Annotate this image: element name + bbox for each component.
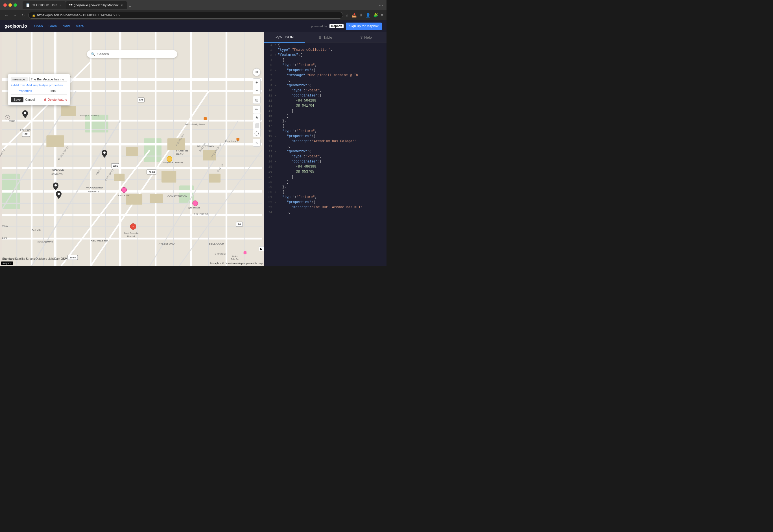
popup-value-input[interactable] <box>29 77 67 82</box>
north-indicator[interactable]: N <box>253 68 261 76</box>
back-button[interactable]: ← <box>3 12 10 18</box>
json-line: 16 }, <box>264 119 386 124</box>
json-line: 26 38.053765 <box>264 170 386 175</box>
tab-json[interactable]: </> JSON <box>264 32 305 43</box>
json-content[interactable]: 1▾{2 "type": "FeatureCollection",3▾"feat… <box>264 43 386 266</box>
basemap-light[interactable]: Light <box>48 257 54 260</box>
svg-point-85 <box>121 187 127 193</box>
extensions-icon[interactable]: 🧩 <box>373 13 378 17</box>
pocket-icon[interactable]: 📥 <box>352 13 357 17</box>
tab-close-geo109[interactable]: × <box>59 3 62 7</box>
popup-cancel-button[interactable]: Cancel <box>25 98 35 101</box>
map-attribution: © Mapbox © OpenStreetMap Improve this ma… <box>210 262 263 265</box>
maximize-button[interactable] <box>14 3 17 7</box>
tab-geojson[interactable]: 🗺 geojson.io | powered by Mapbox × <box>66 1 127 9</box>
basemap-outdoors[interactable]: Outdoors <box>35 257 47 260</box>
svg-text:Transylvania University: Transylvania University <box>161 161 183 164</box>
save-link[interactable]: Save <box>49 24 57 28</box>
new-link[interactable]: New <box>62 24 70 28</box>
help-tab-icon: ? <box>361 35 363 39</box>
svg-text:27-68: 27-68 <box>70 256 76 259</box>
minimize-button[interactable] <box>8 3 12 7</box>
popup-property-row: message <box>11 77 67 82</box>
svg-rect-93 <box>244 251 247 254</box>
draw-rect-button[interactable]: ⬜ <box>253 121 261 129</box>
signup-button[interactable]: Sign up for Mapbox <box>346 23 382 30</box>
edit-button[interactable]: ✎ <box>253 139 261 147</box>
tab-help[interactable]: ? Help <box>346 32 386 43</box>
add-row-button[interactable]: + Add row <box>11 83 25 87</box>
svg-rect-48 <box>150 194 163 203</box>
browser-menu[interactable]: ⋯ <box>379 3 383 8</box>
svg-rect-43 <box>114 174 125 181</box>
svg-text:Willie's Locally Known: Willie's Locally Known <box>185 123 206 126</box>
popup-tab-info[interactable]: Info <box>39 88 67 94</box>
svg-text:E MAIN ST: E MAIN ST <box>215 252 227 255</box>
svg-point-111 <box>103 151 105 154</box>
json-line: 30▾{ <box>264 190 386 195</box>
close-button[interactable] <box>3 3 7 7</box>
add-simplestyle-button[interactable]: Add simplestyle properties <box>26 83 63 87</box>
security-icon: 🔒 <box>32 14 35 17</box>
basemap-satellite[interactable]: Satellite Streets <box>15 257 35 260</box>
tab-geo109[interactable]: 📄 GEO 109: 01 Data × <box>23 1 66 9</box>
refresh-button[interactable]: ↻ <box>20 12 26 18</box>
svg-point-87 <box>192 201 198 206</box>
svg-text:SPEIGLE: SPEIGLE <box>52 168 64 171</box>
json-line: 18 "type": "Feature", <box>264 129 386 134</box>
svg-text:1681: 1681 <box>113 164 118 167</box>
draw-circle-button[interactable]: ◯ <box>253 129 261 137</box>
new-tab-button[interactable]: + <box>127 4 133 9</box>
basemap-bar: Standard Satellite Streets Outdoors Ligh… <box>0 257 69 260</box>
popup-button-row: Save Cancel 🗑 Delete feature <box>11 97 67 102</box>
svg-rect-41 <box>126 147 138 156</box>
draw-pencil-button[interactable]: ✏ <box>253 105 261 113</box>
app-logo: geojson.io <box>5 24 27 29</box>
json-line: 25 -84.486388, <box>264 165 386 170</box>
svg-text:PARK: PARK <box>176 153 183 156</box>
popup-save-button[interactable]: Save <box>11 97 23 102</box>
json-line: 23 "type": "Point", <box>264 155 386 160</box>
powered-by-text: powered by <box>311 25 327 28</box>
map-pin-2[interactable] <box>102 150 107 159</box>
download-icon[interactable]: ⬇ <box>359 13 363 17</box>
svg-point-83 <box>167 156 172 162</box>
url-bar[interactable]: 🔒 https://geojson.io/#new&map=13.68/38.0… <box>28 12 343 19</box>
search-container[interactable]: 🔍 <box>87 50 177 58</box>
menu-icon[interactable]: ≡ <box>381 13 383 17</box>
expand-button[interactable]: ▶ <box>259 246 264 251</box>
tab-icon: 📄 <box>26 3 30 7</box>
open-link[interactable]: Open <box>34 24 43 28</box>
draw-marker-button[interactable]: ★ <box>253 113 261 121</box>
basemap-standard[interactable]: Standard <box>2 257 14 260</box>
json-line: 21 }, <box>264 144 386 150</box>
json-line: 33 "message": "The Burl Arcade has mult <box>264 205 386 210</box>
search-input[interactable] <box>97 52 173 56</box>
svg-rect-3 <box>144 138 161 162</box>
svg-text:CONSTITUTION: CONSTITUTION <box>167 195 187 198</box>
json-line: 8 }, <box>264 78 386 83</box>
meta-link[interactable]: Meta <box>75 24 83 28</box>
map-pin-3[interactable] <box>53 183 58 192</box>
zoom-out-button[interactable]: − <box>253 86 261 94</box>
basemap-osm[interactable]: OSM <box>61 257 67 260</box>
svg-text:RED MILE RD: RED MILE RD <box>91 239 108 242</box>
svg-text:Rock House B: Rock House B <box>225 140 239 142</box>
popup-tab-properties[interactable]: Properties <box>11 88 39 94</box>
json-line: 6▾"properties": { <box>264 68 386 73</box>
tab-table[interactable]: ⊞ Table <box>305 32 346 43</box>
basemap-dark[interactable]: Dark <box>54 257 60 260</box>
map-pin-4[interactable] <box>56 191 61 200</box>
table-tab-icon: ⊞ <box>319 35 322 39</box>
zoom-in-button[interactable]: + <box>253 78 261 86</box>
svg-text:Ballet Th...: Ballet Th... <box>231 258 240 260</box>
popup-delete-button[interactable]: 🗑 Delete feature <box>44 98 67 101</box>
svg-text:922: 922 <box>139 99 143 102</box>
geolocate-button[interactable]: ◎ <box>253 96 261 104</box>
tab-close-geojson[interactable]: × <box>120 3 124 7</box>
profile-icon[interactable]: 👤 <box>366 13 370 17</box>
map-pin-1[interactable] <box>22 110 28 120</box>
forward-button[interactable]: → <box>12 12 18 18</box>
map-area[interactable]: ASH ST W MAIN ST W SECOND ST PINE ST S U… <box>0 32 264 266</box>
bookmark-icon[interactable]: ☆ <box>345 13 349 17</box>
